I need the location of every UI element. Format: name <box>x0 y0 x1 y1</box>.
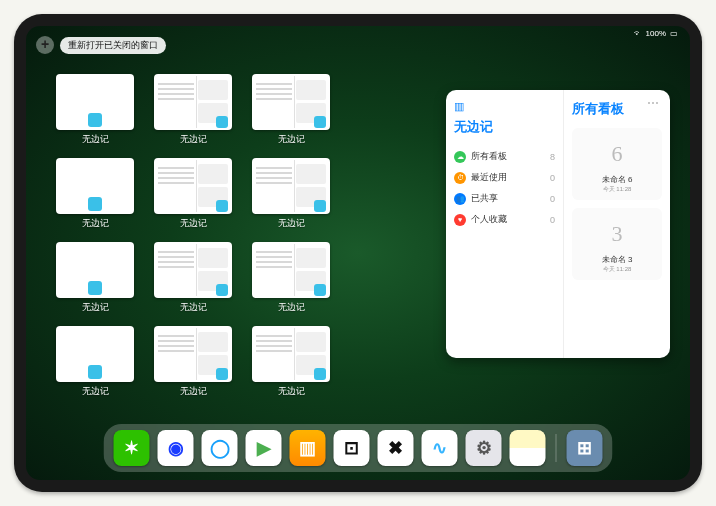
board-name: 未命名 3 <box>602 254 633 265</box>
dock-separator <box>556 434 557 462</box>
panel-nav-item[interactable]: 👥已共享0 <box>454 188 555 209</box>
top-controls: + 重新打开已关闭的窗口 <box>36 36 166 54</box>
dock-app-wechat[interactable]: ✶ <box>114 430 150 466</box>
nav-icon: ⏱ <box>454 172 466 184</box>
thumbnail-label: 无边记 <box>82 133 109 146</box>
nav-icon: ☁ <box>454 151 466 163</box>
dock-app-dice[interactable]: ⊡ <box>334 430 370 466</box>
dock-app-qqbrowser[interactable]: ◯ <box>202 430 238 466</box>
nav-icon: 👥 <box>454 193 466 205</box>
battery-text: 100% <box>646 29 666 38</box>
window-thumbnail[interactable]: 无边记 <box>252 326 330 404</box>
dock-app-books[interactable]: ▥ <box>290 430 326 466</box>
reopen-closed-pill[interactable]: 重新打开已关闭的窗口 <box>60 37 166 54</box>
dock-app-app-library[interactable]: ⊞ <box>567 430 603 466</box>
dock-app-notes[interactable] <box>510 430 546 466</box>
window-thumbnail[interactable]: 无边记 <box>154 74 232 152</box>
board-card[interactable]: 6未命名 6今天 11:28 <box>572 128 662 200</box>
nav-count: 0 <box>550 215 555 225</box>
thumbnail-label: 无边记 <box>278 217 305 230</box>
more-icon[interactable]: ⋯ <box>647 96 660 110</box>
dock: ✶◉◯▶▥⊡✖∿⚙⊞ <box>104 424 613 472</box>
thumbnail-label: 无边记 <box>82 301 109 314</box>
thumbnail-label: 无边记 <box>82 217 109 230</box>
thumbnail-label: 无边记 <box>180 301 207 314</box>
dock-app-settings[interactable]: ⚙ <box>466 430 502 466</box>
window-thumbnail[interactable]: 无边记 <box>56 242 134 320</box>
panel-nav-item[interactable]: ⏱最近使用0 <box>454 167 555 188</box>
panel-nav-list: ☁所有看板8⏱最近使用0👥已共享0♥个人收藏0 <box>454 146 555 230</box>
nav-label: 已共享 <box>471 192 498 205</box>
screen: ᯤ 100% ▭ + 重新打开已关闭的窗口 无边记无边记无边记无边记无边记无边记… <box>26 26 690 480</box>
ipad-frame: ᯤ 100% ▭ + 重新打开已关闭的窗口 无边记无边记无边记无边记无边记无边记… <box>14 14 702 492</box>
dock-app-x-app[interactable]: ✖ <box>378 430 414 466</box>
panel-left-title: 无边记 <box>454 118 555 136</box>
window-thumbnail[interactable]: 无边记 <box>252 242 330 320</box>
nav-icon: ♥ <box>454 214 466 226</box>
dock-app-freeform[interactable]: ∿ <box>422 430 458 466</box>
thumbnail-label: 无边记 <box>180 217 207 230</box>
panel-left: ▥ 无边记 ☁所有看板8⏱最近使用0👥已共享0♥个人收藏0 <box>446 90 564 358</box>
panel-nav-item[interactable]: ♥个人收藏0 <box>454 209 555 230</box>
window-thumbnail[interactable]: 无边记 <box>154 326 232 404</box>
dock-app-quark[interactable]: ◉ <box>158 430 194 466</box>
thumbnail-label: 无边记 <box>180 385 207 398</box>
thumbnail-label: 无边记 <box>278 301 305 314</box>
status-bar: ᯤ 100% ▭ <box>634 29 678 38</box>
thumbnail-label: 无边记 <box>278 133 305 146</box>
nav-label: 所有看板 <box>471 150 507 163</box>
nav-count: 0 <box>550 173 555 183</box>
nav-label: 个人收藏 <box>471 213 507 226</box>
board-sketch: 6 <box>597 134 637 174</box>
dock-app-play[interactable]: ▶ <box>246 430 282 466</box>
board-card[interactable]: 3未命名 3今天 11:28 <box>572 208 662 280</box>
board-list: 6未命名 6今天 11:283未命名 3今天 11:28 <box>572 128 662 280</box>
window-thumbnail[interactable]: 无边记 <box>56 158 134 236</box>
board-sketch: 3 <box>597 214 637 254</box>
window-grid: 无边记无边记无边记无边记无边记无边记无边记无边记无边记无边记无边记无边记 <box>56 74 436 404</box>
window-thumbnail[interactable]: 无边记 <box>154 158 232 236</box>
board-time: 今天 11:28 <box>603 265 632 274</box>
window-thumbnail[interactable]: 无边记 <box>252 74 330 152</box>
window-thumbnail[interactable]: 无边记 <box>56 326 134 404</box>
battery-icon: ▭ <box>670 29 678 38</box>
thumbnail-label: 无边记 <box>180 133 207 146</box>
panel-nav-item[interactable]: ☁所有看板8 <box>454 146 555 167</box>
thumbnail-label: 无边记 <box>82 385 109 398</box>
nav-count: 8 <box>550 152 555 162</box>
window-thumbnail[interactable]: 无边记 <box>154 242 232 320</box>
board-name: 未命名 6 <box>602 174 633 185</box>
window-thumbnail[interactable]: 无边记 <box>252 158 330 236</box>
freeform-panel[interactable]: ⋯ ▥ 无边记 ☁所有看板8⏱最近使用0👥已共享0♥个人收藏0 所有看板 6未命… <box>446 90 670 358</box>
thumbnail-label: 无边记 <box>278 385 305 398</box>
nav-count: 0 <box>550 194 555 204</box>
panel-right: 所有看板 6未命名 6今天 11:283未命名 3今天 11:28 <box>564 90 670 358</box>
window-thumbnail[interactable]: 无边记 <box>56 74 134 152</box>
wifi-icon: ᯤ <box>634 29 642 38</box>
nav-label: 最近使用 <box>471 171 507 184</box>
sidebar-toggle-icon[interactable]: ▥ <box>454 100 468 114</box>
board-time: 今天 11:28 <box>603 185 632 194</box>
add-button[interactable]: + <box>36 36 54 54</box>
